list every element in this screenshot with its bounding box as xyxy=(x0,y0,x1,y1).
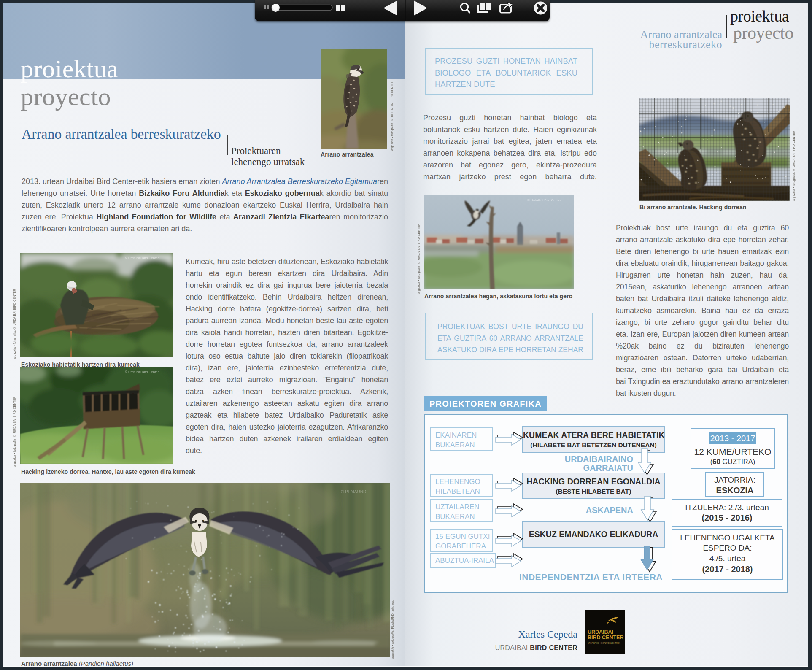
svg-text:URDAIBAI: URDAIBAI xyxy=(588,629,613,635)
svg-text:© PLAIAUNDI: © PLAIAUNDI xyxy=(341,489,367,494)
svg-text:URDAIBAIKO HEGAZTIEN ZENTROA: URDAIBAIKO HEGAZTIEN ZENTROA xyxy=(588,642,620,644)
svg-text:© Urdaibai Bird Center: © Urdaibai Bird Center xyxy=(527,198,561,202)
svg-text:© Urdaibai Bird Center: © Urdaibai Bird Center xyxy=(125,370,159,374)
svg-text:© Urdaibai Bird Center: © Urdaibai Bird Center xyxy=(125,256,159,260)
svg-text:BIRD CENTER: BIRD CENTER xyxy=(588,635,623,640)
